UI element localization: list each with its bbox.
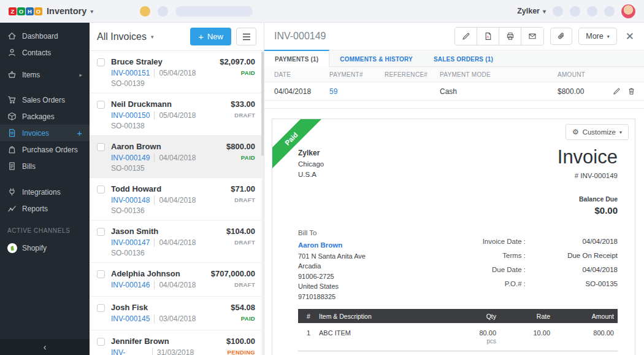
invoice-meta: Invoice Date :04/04/2018 Terms :Due On R… — [483, 238, 618, 302]
email-button[interactable] — [521, 28, 543, 45]
new-invoice-button[interactable]: + New — [190, 28, 231, 45]
collapse-left-icon: ‹ — [44, 342, 47, 352]
row-checkbox[interactable] — [97, 270, 105, 278]
invoice-amount: $2,097.00 — [220, 57, 255, 66]
row-checkbox[interactable] — [97, 101, 105, 109]
invoice-amount: $33.00 — [231, 99, 255, 109]
attachment-button[interactable] — [550, 28, 572, 45]
row-checkbox[interactable] — [97, 143, 105, 151]
collapse-sidebar-button[interactable]: ‹ — [0, 339, 90, 355]
invoice-row-selected[interactable]: Aaron Brown INV-00014904/04/2018 SO-0013… — [90, 136, 264, 178]
invoice-row[interactable]: Jason Smith INV-00014704/04/2018 SO-0013… — [90, 220, 264, 263]
row-checkbox[interactable] — [97, 228, 105, 236]
customer-link[interactable]: Aaron Brown — [298, 241, 342, 249]
topbar-icon-placeholder[interactable] — [587, 6, 597, 17]
user-avatar[interactable] — [621, 4, 635, 18]
detail-title: INV-000149 — [274, 31, 326, 42]
invoice-number-link[interactable]: INV-000151 — [111, 69, 150, 77]
sales-order-ref: SO-00135 — [111, 164, 196, 173]
invoice-number-link[interactable]: INV-000148 — [111, 196, 150, 205]
invoice-date: 05/04/2018 — [154, 69, 196, 77]
search-bar[interactable] — [175, 6, 253, 17]
invoice-number-link[interactable]: INV-000149 — [111, 154, 150, 162]
more-button[interactable]: More ▾ — [578, 28, 617, 45]
invoice-number-link[interactable]: INV-000146 — [111, 281, 150, 289]
add-invoice-icon[interactable]: + — [77, 128, 82, 138]
plus-icon: + — [198, 32, 204, 41]
sidebar-item-reports[interactable]: Reports — [0, 200, 90, 217]
invoice-list-panel: All Invoices ▾ + New Bruce Straley INV-0… — [90, 23, 264, 355]
logo-letter: O — [34, 7, 42, 15]
sidebar-item-items[interactable]: Items ▸ — [0, 66, 90, 83]
payments-table-header: DATE PAYMENT# REFERENCE# PAYMENT MODE AM… — [264, 67, 644, 82]
line-items-table: # Item & Description Qty Rate Amount 1 A… — [298, 309, 618, 355]
list-options-button[interactable] — [236, 28, 256, 45]
bill-to-block: Bill To Aaron Brown 701 N Santa Anita Av… — [298, 229, 366, 302]
sidebar-item-invoices[interactable]: Invoices + — [0, 125, 90, 141]
notification-dot-icon[interactable] — [140, 6, 150, 17]
invoice-preview-area: Paid ⚙ Customize ▾ Zylker Chicago U.S.A — [264, 109, 644, 355]
section-divider — [264, 101, 644, 109]
edit-payment-button[interactable] — [613, 87, 621, 95]
sidebar-item-integrations[interactable]: Integrations — [0, 184, 90, 200]
sidebar-item-packages[interactable]: Packages — [0, 108, 90, 125]
invoice-row[interactable]: Josh Fisk INV-00014503/04/2018 $54.08 PA… — [90, 297, 264, 330]
pdf-button[interactable]: A — [477, 28, 499, 45]
invoice-amount: $54.08 — [231, 303, 255, 312]
invoice-amount: $800.00 — [226, 142, 255, 151]
invoice-row[interactable]: Adelphia Johnson INV-00014604/04/2018 $7… — [90, 263, 264, 297]
customize-button[interactable]: ⚙ Customize ▾ — [565, 124, 629, 140]
sidebar-item-dashboard[interactable]: Dashboard — [0, 28, 90, 44]
topbar-icon-placeholder[interactable] — [604, 6, 615, 17]
logo-letter: O — [17, 7, 25, 15]
chevron-down-icon: ▾ — [619, 130, 622, 135]
topbar-right: Zylker ▾ — [517, 4, 635, 18]
row-checkbox[interactable] — [97, 58, 105, 66]
invoice-row[interactable]: Bruce Straley INV-00015105/04/2018 SO-00… — [90, 51, 264, 93]
org-name: Zylker — [517, 7, 540, 15]
edit-button[interactable] — [455, 28, 477, 45]
sidebar-item-contacts[interactable]: Contacts — [0, 44, 90, 61]
zoho-logo[interactable]: Z O H O — [9, 7, 42, 15]
invoice-date: 31/03/2018 — [152, 348, 194, 355]
product-name: Inventory — [47, 6, 86, 16]
row-checkbox[interactable] — [97, 338, 105, 346]
print-button[interactable] — [499, 28, 521, 45]
pencil-icon — [613, 87, 621, 95]
row-checkbox[interactable] — [97, 185, 105, 193]
payment-number-link[interactable]: 59 — [329, 87, 385, 96]
delete-payment-button[interactable] — [627, 87, 635, 95]
sidebar-item-purchase-orders[interactable]: Purchase Orders — [0, 141, 90, 158]
topbar-icon-placeholder[interactable] — [553, 6, 563, 17]
topbar-center-widgets — [140, 6, 253, 17]
sales-order-ref: SO-00139 — [111, 79, 196, 88]
chevron-down-icon: ▾ — [151, 34, 154, 40]
chevron-down-icon[interactable]: ▾ — [90, 8, 93, 15]
list-scrollbar-thumb[interactable] — [261, 52, 264, 156]
invoice-number-link[interactable]: INV-000147 — [111, 238, 150, 247]
sidebar-item-shopify[interactable]: Shopify — [0, 240, 90, 256]
sidebar-item-sales-orders[interactable]: Sales Orders — [0, 92, 90, 108]
invoice-list[interactable]: Bruce Straley INV-00015105/04/2018 SO-00… — [90, 51, 264, 355]
status-badge: PAID — [226, 154, 255, 161]
invoice-row[interactable]: Jennifer Brown INV-00014431/03/2018 $100… — [90, 330, 264, 355]
invoice-number-link[interactable]: INV-000150 — [111, 111, 150, 120]
close-detail-button[interactable]: ✕ — [626, 30, 634, 43]
topbar-circle-icon[interactable] — [158, 6, 168, 17]
payment-date: 04/04/2018 — [274, 87, 329, 96]
list-filter-dropdown[interactable]: All Invoices ▾ — [97, 31, 153, 42]
invoice-number-link[interactable]: INV-000145 — [111, 314, 150, 323]
tab-payments[interactable]: PAYMENTS (1) — [264, 50, 329, 67]
sidebar-item-bills[interactable]: Bills — [0, 158, 90, 174]
invoice-number-link[interactable]: INV-000144 — [111, 348, 148, 355]
tab-comments-history[interactable]: COMMENTS & HISTORY — [329, 50, 423, 68]
status-badge: DRAFT — [231, 112, 255, 119]
org-switcher[interactable]: Zylker ▾ — [517, 7, 546, 15]
tab-sales-orders[interactable]: SALES ORDERS (1) — [423, 50, 504, 68]
invoice-row[interactable]: Neil Druckmann INV-00015005/04/2018 SO-0… — [90, 93, 264, 136]
payment-row[interactable]: 04/04/2018 59 Cash $800.00 — [264, 82, 644, 101]
topbar-icon-placeholder[interactable] — [570, 6, 580, 17]
invoice-row[interactable]: Todd Howard INV-00014804/04/2018 SO-0013… — [90, 178, 264, 220]
payment-amount: $800.00 — [558, 87, 610, 96]
row-checkbox[interactable] — [97, 304, 105, 312]
